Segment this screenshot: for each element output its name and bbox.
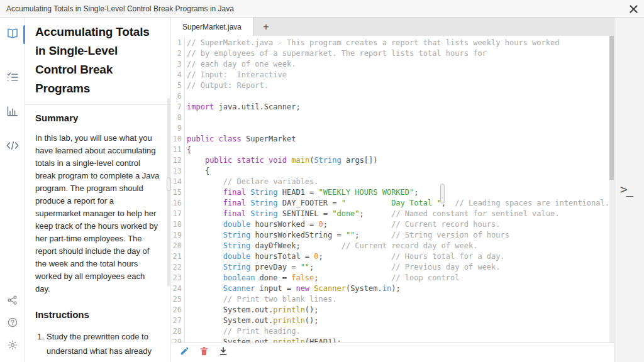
line-content: // Print heading. — [185, 326, 301, 337]
code-line[interactable]: 25 // Print two blank lines. — [171, 294, 614, 305]
code-line[interactable]: 1// SuperMarket.java - This program crea… — [171, 38, 614, 48]
tab-bar: SuperMarket.java + — [171, 18, 614, 36]
edit-pencil-icon — [180, 347, 189, 358]
code-line[interactable]: 10public class SuperMarket — [171, 134, 614, 145]
line-number: 11 — [171, 145, 185, 155]
line-content: String hoursWorkedString = ""; // String… — [185, 230, 509, 241]
code-line[interactable]: 23 boolean done = false; // loop control — [171, 273, 614, 283]
code-line[interactable]: 19 String hoursWorkedString = ""; // Str… — [171, 230, 614, 241]
line-content: boolean done = false; // loop control — [185, 273, 460, 283]
window-titlebar: Accumulating Totals in Single-Level Cont… — [0, 0, 644, 18]
code-line[interactable]: 22 String prevDay = ""; // Previous day … — [171, 262, 614, 273]
icon-rail — [0, 18, 25, 362]
code-line[interactable]: 20 String dayOfWeek; // Current record d… — [171, 241, 614, 251]
line-content — [185, 91, 187, 102]
line-number: 16 — [171, 198, 185, 209]
sidebar-item-code[interactable] — [0, 138, 25, 155]
line-content: // Input: Interactive — [185, 70, 287, 80]
code-line[interactable]: 7import java.util.Scanner; — [171, 102, 614, 112]
new-tab-button[interactable]: + — [253, 18, 279, 36]
code-line[interactable]: 26 System.out.println(); — [171, 305, 614, 315]
editor-scrollbar[interactable] — [609, 36, 614, 343]
settings-button[interactable] — [0, 338, 25, 354]
line-content: final String HEAD1 = "WEEKLY HOURS WORKE… — [185, 187, 419, 198]
line-content: // Declare variables. — [185, 177, 319, 187]
close-icon[interactable] — [628, 3, 639, 14]
help-button[interactable] — [0, 315, 25, 332]
download-button[interactable] — [218, 347, 229, 358]
delete-button[interactable] — [198, 347, 209, 358]
gear-icon — [8, 340, 18, 353]
line-number: 7 — [171, 102, 185, 112]
code-line[interactable]: 16 final String DAY_FOOTER = " Day Total… — [171, 198, 614, 209]
code-lines: 1// SuperMarket.java - This program crea… — [171, 38, 614, 343]
line-number: 10 — [171, 134, 185, 145]
line-number: 12 — [171, 155, 185, 166]
panel-scrollbar[interactable] — [167, 98, 170, 287]
code-line[interactable]: 28 // Print heading. — [171, 326, 614, 337]
line-content: import java.util.Scanner; — [185, 102, 301, 112]
bar-chart-icon — [7, 106, 18, 119]
line-content — [185, 112, 187, 123]
code-line[interactable]: 15 final String HEAD1 = "WEEKLY HOURS WO… — [171, 187, 614, 198]
code-line[interactable]: 21 double hoursTotal = 0; // Hours total… — [171, 251, 614, 262]
instruction-item: 1. Study the prewritten code to understa… — [35, 329, 160, 362]
line-content: String dayOfWeek; // Current record day … — [185, 241, 477, 251]
line-number: 8 — [171, 112, 185, 123]
edit-button[interactable] — [179, 347, 190, 358]
line-content — [185, 123, 187, 134]
line-content: Scanner input = new Scanner(System.in); — [185, 283, 401, 294]
code-line[interactable]: 4// Input: Interactive — [171, 70, 614, 80]
code-line[interactable]: 24 Scanner input = new Scanner(System.in… — [171, 283, 614, 294]
code-editor[interactable]: 1// SuperMarket.java - This program crea… — [171, 36, 614, 343]
tab-label: SuperMarket.java — [182, 23, 242, 31]
line-number: 18 — [171, 219, 185, 230]
code-line[interactable]: 6 — [171, 91, 614, 102]
line-content: double hoursWorked = 0; // Current recor… — [185, 219, 501, 230]
code-line[interactable]: 17 final String SENTINEL = "done"; // Na… — [171, 209, 614, 219]
lesson-panel: Accumulating Totals in Single-Level Cont… — [25, 18, 171, 362]
tab-supermarket-java[interactable]: SuperMarket.java — [171, 18, 253, 36]
console-resize-handle[interactable] — [440, 184, 445, 204]
console-toggle-button[interactable]: >_ — [620, 182, 632, 196]
line-number: 2 — [171, 48, 185, 59]
help-icon — [8, 317, 18, 330]
code-line[interactable]: 2// by employees of a supermarket. The r… — [171, 48, 614, 59]
line-content: { — [185, 145, 191, 155]
line-content: public static void main(String args[]) — [185, 155, 378, 166]
code-line[interactable]: 11{ — [171, 145, 614, 155]
sidebar-item-results[interactable] — [0, 104, 25, 121]
panel-resize-handle[interactable] — [167, 177, 171, 191]
code-line[interactable]: 18 double hoursWorked = 0; // Current re… — [171, 219, 614, 230]
sidebar-item-activities[interactable] — [0, 70, 25, 87]
line-number: 13 — [171, 166, 185, 177]
code-line[interactable]: 3// each day of one week. — [171, 59, 614, 70]
code-line[interactable]: 12 public static void main(String args[]… — [171, 155, 614, 166]
line-number: 1 — [171, 38, 185, 48]
code-line[interactable]: 5// Output: Report. — [171, 80, 614, 91]
code-line[interactable]: 14 // Declare variables. — [171, 177, 614, 187]
line-number: 17 — [171, 209, 185, 219]
share-button[interactable] — [0, 293, 25, 309]
code-line[interactable]: 27 System.out.println(); — [171, 315, 614, 326]
editor-scrollbar-thumb[interactable] — [609, 36, 614, 180]
code-line[interactable]: 13 { — [171, 166, 614, 177]
line-number: 3 — [171, 59, 185, 70]
line-number: 14 — [171, 177, 185, 187]
sidebar-item-reading[interactable] — [0, 26, 25, 43]
editor-area: SuperMarket.java + 1// SuperMarket.java … — [171, 18, 614, 362]
line-number: 9 — [171, 123, 185, 134]
line-number: 29 — [171, 337, 185, 343]
code-line[interactable]: 8 — [171, 112, 614, 123]
line-number: 4 — [171, 70, 185, 80]
line-number: 5 — [171, 80, 185, 91]
code-icon — [6, 141, 19, 153]
code-line[interactable]: 9 — [171, 123, 614, 134]
line-number: 15 — [171, 187, 185, 198]
line-number: 19 — [171, 230, 185, 241]
code-line[interactable]: 29 System.out.println(HEAD1); — [171, 337, 614, 343]
line-content: // each day of one week. — [185, 59, 296, 70]
console-panel-collapsed: >_ — [614, 18, 644, 362]
line-number: 27 — [171, 315, 185, 326]
line-content: final String DAY_FOOTER = " Day Total ";… — [185, 198, 609, 209]
